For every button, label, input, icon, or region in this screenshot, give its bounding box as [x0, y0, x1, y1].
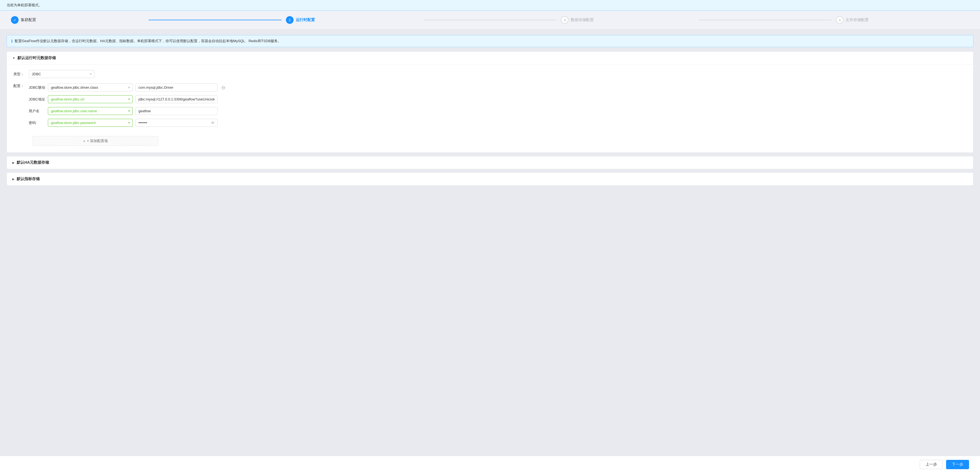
config-row-wrapper: 配置： JDBC驱动 geaflow.store.jdbc.driver.cla… [13, 83, 967, 131]
steps-bar: ✓ 集群配置 2 运行时配置 3 数据存储配置 4 文件存储配置 [0, 11, 980, 30]
step-line-1-2 [148, 20, 282, 20]
config-url-value-input[interactable] [135, 95, 218, 103]
config-driver-select-wrapper: geaflow.store.jdbc.driver.class ▾ [48, 83, 133, 91]
config-row-password: 密码 geaflow.store.jdbc.password ▾ 👁 [29, 119, 226, 127]
type-select-wrapper: JDBC ▾ [29, 70, 94, 78]
chevron-right-icon-metrics: ▶ [12, 177, 14, 181]
type-select[interactable]: JDBC [29, 70, 94, 78]
section-metrics-title: 默认指标存储 [17, 177, 40, 182]
step-2: 2 运行时配置 [286, 16, 419, 24]
config-driver-value-input[interactable] [135, 83, 218, 91]
info-text: 配置GeaFlow作业默认元数据存储，含运行时元数据、HA元数据、指标数据。单机… [15, 38, 281, 43]
config-row-url: JDBC地址 geaflow.store.jdbc.url ▾ [29, 95, 226, 103]
section-runtime-body: 类型： JDBC ▾ 配置： JDBC驱动 [7, 65, 973, 153]
step-3-circle: 3 [561, 16, 568, 24]
config-fields: JDBC驱动 geaflow.store.jdbc.driver.class ▾… [29, 83, 226, 131]
step-2-label: 运行时配置 [296, 18, 315, 22]
config-driver-key-select[interactable]: geaflow.store.jdbc.driver.class [48, 83, 133, 91]
chevron-right-icon-ha: ▶ [12, 161, 14, 164]
section-default-metrics: ▶ 默认指标存储 [6, 172, 974, 186]
password-eye-icon[interactable]: 👁 [211, 121, 215, 125]
section-metrics-header[interactable]: ▶ 默认指标存储 [7, 173, 973, 185]
add-config-label: + 添加配置项 [87, 139, 108, 143]
config-password-input-wrapper: 👁 [135, 119, 218, 127]
section-default-runtime: ▼ 默认运行时元数据存储 类型： JDBC ▾ 配置： [6, 51, 974, 153]
type-label: 类型： [13, 72, 29, 76]
step-4-circle: 4 [836, 16, 843, 24]
type-row: 类型： JDBC ▾ [13, 70, 967, 78]
notice-bar: 当前为单机部署模式。 [0, 0, 980, 11]
config-username-label: 用户名 [29, 109, 45, 114]
config-driver-remove-button[interactable]: ⊖ [220, 84, 226, 91]
step-1-label: 集群配置 [21, 18, 36, 22]
step-1-circle: ✓ [11, 16, 19, 24]
step-line-2-3 [423, 20, 557, 20]
section-default-ha: ▶ 默认HA元数据存储 [6, 156, 974, 169]
chevron-down-icon: ▼ [12, 56, 15, 60]
config-username-value-input[interactable] [135, 107, 218, 115]
step-line-3-4 [698, 20, 832, 20]
step-4-label: 文件存储配置 [846, 18, 869, 22]
config-password-key-select[interactable]: geaflow.store.jdbc.password [48, 119, 133, 127]
prev-button[interactable]: 上一步 [920, 460, 943, 469]
config-url-label: JDBC地址 [29, 97, 45, 102]
section-runtime-title: 默认运行时元数据存储 [18, 56, 56, 61]
config-password-label: 密码 [29, 121, 45, 125]
section-ha-header[interactable]: ▶ 默认HA元数据存储 [7, 156, 973, 169]
add-config-plus-icon: + [83, 139, 85, 143]
step-3-label: 数据存储配置 [571, 18, 594, 22]
add-config-button[interactable]: + + 添加配置项 [33, 136, 158, 146]
config-password-value-input[interactable] [135, 119, 218, 127]
section-ha-title: 默认HA元数据存储 [17, 160, 49, 165]
step-2-circle: 2 [286, 16, 294, 24]
section-runtime-header[interactable]: ▼ 默认运行时元数据存储 [7, 52, 973, 65]
notice-text: 当前为单机部署模式。 [6, 3, 42, 7]
info-box: ℹ 配置GeaFlow作业默认元数据存储，含运行时元数据、HA元数据、指标数据。… [6, 35, 974, 47]
step-3: 3 数据存储配置 [561, 16, 694, 24]
config-password-select-wrapper: geaflow.store.jdbc.password ▾ [48, 119, 133, 127]
config-url-key-select[interactable]: geaflow.store.jdbc.url [48, 95, 133, 103]
config-driver-label: JDBC驱动 [29, 85, 45, 90]
config-username-key-select[interactable]: geaflow.store.jdbc.user.name [48, 107, 133, 115]
config-label: 配置： [13, 83, 29, 88]
footer: 上一步 下一步 [0, 456, 980, 473]
config-url-select-wrapper: geaflow.store.jdbc.url ▾ [48, 95, 133, 103]
main-content: ℹ 配置GeaFlow作业默认元数据存储，含运行时元数据、HA元数据、指标数据。… [0, 30, 980, 456]
config-username-select-wrapper: geaflow.store.jdbc.user.name ▾ [48, 107, 133, 115]
config-row-username: 用户名 geaflow.store.jdbc.user.name ▾ [29, 107, 226, 115]
step-4: 4 文件存储配置 [836, 16, 969, 24]
info-icon: ℹ [11, 39, 13, 43]
config-row-driver: JDBC驱动 geaflow.store.jdbc.driver.class ▾… [29, 83, 226, 91]
next-button[interactable]: 下一步 [946, 460, 969, 469]
step-1: ✓ 集群配置 [11, 16, 144, 24]
